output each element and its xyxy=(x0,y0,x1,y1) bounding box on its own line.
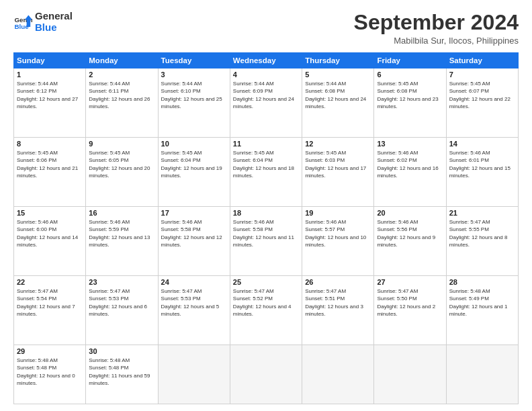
cell-sunrise: Sunrise: 5:47 AM xyxy=(305,287,371,295)
day-number: 16 xyxy=(89,209,154,217)
cell-sunrise: Sunrise: 5:45 AM xyxy=(449,80,515,87)
table-row xyxy=(446,345,518,404)
day-number: 6 xyxy=(377,71,443,79)
table-row: 12Sunrise: 5:45 AMSunset: 6:03 PMDayligh… xyxy=(302,138,374,207)
col-thursday: Thursday xyxy=(302,53,374,68)
cell-daylight: Daylight: 12 hours and 23 minutes. xyxy=(377,95,443,110)
day-number: 30 xyxy=(89,347,154,355)
cell-daylight: Daylight: 12 hours and 17 minutes. xyxy=(305,165,371,179)
calendar-week-row: 22Sunrise: 5:47 AMSunset: 5:54 PMDayligh… xyxy=(14,276,519,345)
day-number: 17 xyxy=(161,209,227,217)
cell-sunset: Sunset: 5:59 PM xyxy=(89,226,154,233)
cell-daylight: Daylight: 12 hours and 4 minutes. xyxy=(233,303,299,318)
cell-daylight: Daylight: 12 hours and 1 minute. xyxy=(449,303,515,318)
cell-sunrise: Sunrise: 5:45 AM xyxy=(377,80,443,87)
day-number: 13 xyxy=(377,140,443,148)
calendar-week-row: 15Sunrise: 5:46 AMSunset: 6:00 PMDayligh… xyxy=(14,207,519,276)
cell-sunrise: Sunrise: 5:46 AM xyxy=(449,149,515,156)
cell-daylight: Daylight: 12 hours and 13 minutes. xyxy=(89,234,154,248)
logo-icon: General Blue xyxy=(13,13,32,32)
table-row: 22Sunrise: 5:47 AMSunset: 5:54 PMDayligh… xyxy=(14,276,86,345)
table-row: 5Sunrise: 5:44 AMSunset: 6:08 PMDaylight… xyxy=(302,68,374,138)
day-number: 12 xyxy=(305,140,371,148)
day-number: 4 xyxy=(233,71,299,79)
day-number: 24 xyxy=(161,278,227,286)
calendar-week-row: 8Sunrise: 5:45 AMSunset: 6:06 PMDaylight… xyxy=(14,138,519,207)
table-row: 9Sunrise: 5:45 AMSunset: 6:05 PMDaylight… xyxy=(86,138,158,207)
title-block: September 2024 Mabilbila Sur, Ilocos, Ph… xyxy=(354,11,519,46)
cell-sunrise: Sunrise: 5:48 AM xyxy=(449,287,515,295)
col-wednesday: Wednesday xyxy=(230,53,302,68)
col-tuesday: Tuesday xyxy=(158,53,230,68)
col-friday: Friday xyxy=(374,53,446,68)
table-row xyxy=(230,345,302,404)
day-number: 8 xyxy=(17,140,83,148)
cell-sunrise: Sunrise: 5:46 AM xyxy=(161,218,227,226)
cell-sunrise: Sunrise: 5:44 AM xyxy=(305,80,371,87)
cell-sunset: Sunset: 5:56 PM xyxy=(377,226,443,233)
day-number: 21 xyxy=(449,209,515,217)
cell-sunset: Sunset: 5:57 PM xyxy=(305,226,371,233)
table-row: 19Sunrise: 5:46 AMSunset: 5:57 PMDayligh… xyxy=(302,207,374,276)
table-row: 2Sunrise: 5:44 AMSunset: 6:11 PMDaylight… xyxy=(86,68,158,138)
cell-sunset: Sunset: 6:09 PM xyxy=(233,87,299,95)
cell-sunrise: Sunrise: 5:45 AM xyxy=(161,149,227,156)
table-row: 28Sunrise: 5:48 AMSunset: 5:49 PMDayligh… xyxy=(446,276,518,345)
cell-sunset: Sunset: 6:01 PM xyxy=(449,156,515,164)
cell-daylight: Daylight: 12 hours and 19 minutes. xyxy=(161,165,227,179)
cell-sunrise: Sunrise: 5:47 AM xyxy=(377,287,443,295)
table-row: 27Sunrise: 5:47 AMSunset: 5:50 PMDayligh… xyxy=(374,276,446,345)
table-row: 14Sunrise: 5:46 AMSunset: 6:01 PMDayligh… xyxy=(446,138,518,207)
calendar-header-row: Sunday Monday Tuesday Wednesday Thursday… xyxy=(14,53,519,68)
cell-sunset: Sunset: 5:51 PM xyxy=(305,295,371,302)
cell-sunset: Sunset: 5:58 PM xyxy=(161,226,227,233)
table-row: 8Sunrise: 5:45 AMSunset: 6:06 PMDaylight… xyxy=(14,138,86,207)
cell-sunset: Sunset: 5:48 PM xyxy=(89,364,154,371)
cell-daylight: Daylight: 12 hours and 27 minutes. xyxy=(17,95,83,110)
cell-sunset: Sunset: 6:00 PM xyxy=(17,226,83,233)
day-number: 22 xyxy=(17,278,83,286)
cell-sunset: Sunset: 6:04 PM xyxy=(161,156,227,164)
table-row: 25Sunrise: 5:47 AMSunset: 5:52 PMDayligh… xyxy=(230,276,302,345)
header: General Blue General Blue September 2024… xyxy=(13,11,519,46)
cell-sunrise: Sunrise: 5:47 AM xyxy=(233,287,299,295)
location: Mabilbila Sur, Ilocos, Philippines xyxy=(354,36,519,46)
cell-sunset: Sunset: 5:54 PM xyxy=(17,295,83,302)
day-number: 9 xyxy=(89,140,154,148)
cell-daylight: Daylight: 12 hours and 14 minutes. xyxy=(17,234,83,248)
logo: General Blue General Blue xyxy=(13,11,73,33)
table-row: 6Sunrise: 5:45 AMSunset: 6:08 PMDaylight… xyxy=(374,68,446,138)
cell-daylight: Daylight: 12 hours and 5 minutes. xyxy=(161,303,227,318)
cell-sunrise: Sunrise: 5:44 AM xyxy=(161,80,227,87)
cell-sunrise: Sunrise: 5:46 AM xyxy=(377,149,443,156)
logo-blue: Blue xyxy=(35,22,73,34)
day-number: 14 xyxy=(449,140,515,148)
table-row: 21Sunrise: 5:47 AMSunset: 5:55 PMDayligh… xyxy=(446,207,518,276)
cell-sunset: Sunset: 6:12 PM xyxy=(17,87,83,95)
cell-sunrise: Sunrise: 5:47 AM xyxy=(89,287,154,295)
cell-daylight: Daylight: 12 hours and 18 minutes. xyxy=(233,165,299,179)
cell-sunrise: Sunrise: 5:44 AM xyxy=(17,80,83,87)
table-row: 29Sunrise: 5:48 AMSunset: 5:48 PMDayligh… xyxy=(14,345,86,404)
col-saturday: Saturday xyxy=(446,53,518,68)
cell-sunset: Sunset: 5:55 PM xyxy=(449,226,515,233)
cell-sunset: Sunset: 6:11 PM xyxy=(89,87,154,95)
table-row: 7Sunrise: 5:45 AMSunset: 6:07 PMDaylight… xyxy=(446,68,518,138)
day-number: 10 xyxy=(161,140,227,148)
cell-daylight: Daylight: 12 hours and 26 minutes. xyxy=(89,95,154,110)
day-number: 25 xyxy=(233,278,299,286)
table-row: 15Sunrise: 5:46 AMSunset: 6:00 PMDayligh… xyxy=(14,207,86,276)
cell-daylight: Daylight: 12 hours and 9 minutes. xyxy=(377,234,443,248)
cell-sunrise: Sunrise: 5:46 AM xyxy=(305,218,371,226)
cell-sunset: Sunset: 6:08 PM xyxy=(377,87,443,95)
cell-daylight: Daylight: 12 hours and 7 minutes. xyxy=(17,303,83,318)
cell-sunset: Sunset: 6:08 PM xyxy=(305,87,371,95)
cell-sunset: Sunset: 6:04 PM xyxy=(233,156,299,164)
table-row: 10Sunrise: 5:45 AMSunset: 6:04 PMDayligh… xyxy=(158,138,230,207)
col-monday: Monday xyxy=(86,53,158,68)
cell-sunrise: Sunrise: 5:46 AM xyxy=(89,218,154,226)
cell-sunrise: Sunrise: 5:46 AM xyxy=(233,218,299,226)
table-row xyxy=(158,345,230,404)
day-number: 20 xyxy=(377,209,443,217)
table-row xyxy=(374,345,446,404)
